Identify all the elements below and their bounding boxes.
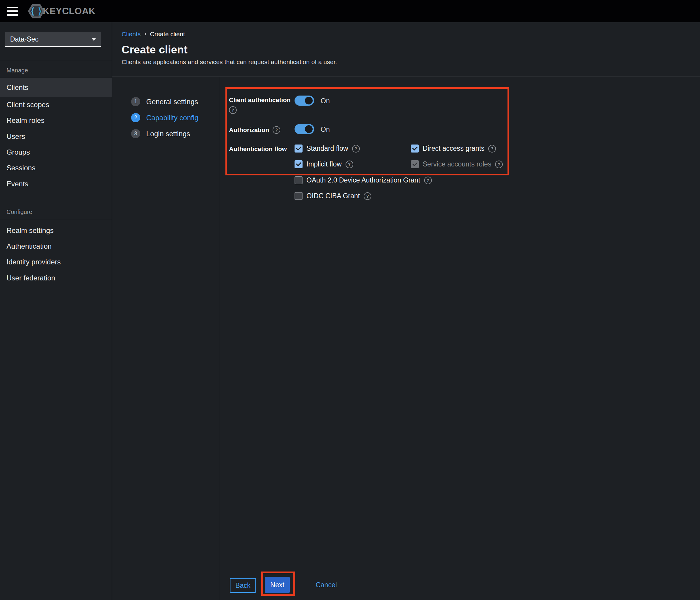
wizard-step-login-settings[interactable]: 3 Login settings <box>131 129 190 138</box>
caret-down-icon <box>91 38 96 41</box>
sidebar-item-groups[interactable]: Groups <box>0 148 112 157</box>
checkbox-oidc-ciba-grant[interactable]: OIDC CIBA Grant ? <box>295 192 371 200</box>
step-number: 1 <box>131 97 140 106</box>
checkbox-unchecked-icon[interactable] <box>295 192 303 200</box>
divider <box>0 219 112 219</box>
sidebar-item-clients[interactable]: Clients <box>0 78 112 97</box>
sidebar-item-realm-roles[interactable]: Realm roles <box>0 116 112 125</box>
client-authentication-state: On <box>321 97 330 105</box>
keycloak-logo-icon: ⟨ ⟩ <box>28 4 45 18</box>
back-button[interactable]: Back <box>230 578 256 593</box>
sidebar-item-sessions[interactable]: Sessions <box>0 164 112 172</box>
help-icon[interactable]: ? <box>352 145 360 152</box>
sidebar-section-configure: Configure <box>6 209 32 215</box>
divider <box>112 76 700 77</box>
help-icon[interactable]: ? <box>495 161 503 168</box>
authorization-label: Authorization ? <box>229 126 280 134</box>
brand-text: KEYCLOAK <box>43 6 96 17</box>
wizard-step-capability-config[interactable]: 2 Capability config <box>131 113 198 122</box>
cancel-button[interactable]: Cancel <box>310 577 343 592</box>
top-bar: ⟨ ⟩ KEYCLOAK <box>0 0 700 22</box>
checkbox-checked-icon[interactable] <box>295 160 303 168</box>
step-number: 3 <box>131 129 140 138</box>
page-subtitle: Clients are applications and services th… <box>122 58 337 66</box>
keycloak-logo[interactable]: ⟨ ⟩ KEYCLOAK <box>28 4 96 18</box>
sidebar-item-authentication[interactable]: Authentication <box>0 242 112 250</box>
breadcrumb-current: Create client <box>150 30 185 38</box>
help-icon[interactable]: ? <box>346 161 353 168</box>
checkbox-service-accounts-roles: Service accounts roles ? <box>411 160 503 168</box>
checkbox-direct-access-grants[interactable]: Direct access grants ? <box>411 145 496 152</box>
help-icon[interactable]: ? <box>364 192 371 200</box>
authorization-state: On <box>321 125 330 134</box>
breadcrumb-chevron-icon: › <box>144 30 146 38</box>
sidebar-section-manage: Manage <box>6 67 28 74</box>
sidebar-nav: Data-Sec Manage Clients Client scopes Re… <box>0 22 112 600</box>
help-icon[interactable]: ? <box>424 176 432 184</box>
wizard-step-general-settings[interactable]: 1 General settings <box>131 97 198 106</box>
main-content: Clients › Create client Create client Cl… <box>112 22 700 600</box>
checkbox-checked-icon[interactable] <box>411 145 419 152</box>
sidebar-item-realm-settings[interactable]: Realm settings <box>0 226 112 235</box>
realm-selector-value: Data-Sec <box>10 35 39 43</box>
sidebar-item-events[interactable]: Events <box>0 180 112 188</box>
checkbox-unchecked-icon[interactable] <box>295 176 303 184</box>
checkbox-oauth-device-authorization-grant[interactable]: OAuth 2.0 Device Authorization Grant ? <box>295 176 432 184</box>
checkbox-checked-disabled-icon <box>411 160 419 168</box>
hamburger-menu-icon[interactable] <box>7 7 18 16</box>
sidebar-item-identity-providers[interactable]: Identity providers <box>0 258 112 266</box>
next-button[interactable]: Next <box>265 577 290 593</box>
checkbox-standard-flow[interactable]: Standard flow ? <box>295 145 360 152</box>
divider <box>0 60 112 60</box>
realm-selector-dropdown[interactable]: Data-Sec <box>5 32 101 47</box>
sidebar-item-user-federation[interactable]: User federation <box>0 274 112 282</box>
breadcrumb-clients-link[interactable]: Clients <box>122 30 141 38</box>
help-icon[interactable]: ? <box>273 126 280 134</box>
sidebar-item-users[interactable]: Users <box>0 133 112 141</box>
checkbox-checked-icon[interactable] <box>295 145 303 152</box>
step-number: 2 <box>131 113 140 122</box>
client-authentication-toggle[interactable] <box>295 96 314 106</box>
authentication-flow-label: Authentication flow <box>229 145 287 152</box>
client-authentication-label: Client authentication <box>229 96 293 103</box>
sidebar-item-client-scopes[interactable]: Client scopes <box>0 101 112 109</box>
help-icon[interactable]: ? <box>488 145 496 152</box>
page-title: Create client <box>122 44 188 56</box>
checkbox-implicit-flow[interactable]: Implicit flow ? <box>295 160 353 168</box>
authorization-toggle[interactable] <box>295 124 314 134</box>
help-icon[interactable]: ? <box>229 106 237 114</box>
breadcrumb: Clients › Create client <box>122 30 185 38</box>
